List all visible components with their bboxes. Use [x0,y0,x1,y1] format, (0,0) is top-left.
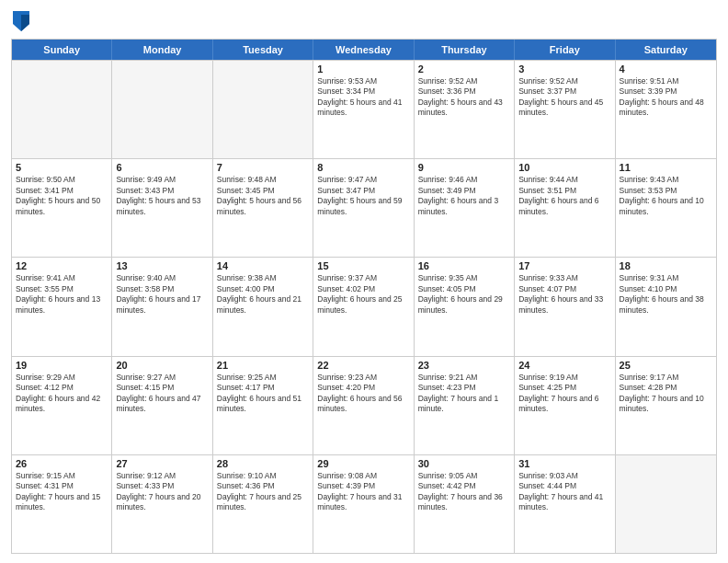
day-cell-7: 7Sunrise: 9:48 AM Sunset: 3:45 PM Daylig… [213,159,313,257]
day-info: Sunrise: 9:52 AM Sunset: 3:37 PM Dayligh… [518,76,610,119]
day-info: Sunrise: 9:52 AM Sunset: 3:36 PM Dayligh… [418,76,510,119]
day-number: 27 [116,458,208,469]
day-cell-31: 31Sunrise: 9:03 AM Sunset: 4:44 PM Dayli… [515,455,615,553]
day-cell-6: 6Sunrise: 9:49 AM Sunset: 3:43 PM Daylig… [112,159,212,257]
day-cell-23: 23Sunrise: 9:21 AM Sunset: 4:23 PM Dayli… [415,357,515,454]
day-cell-24: 24Sunrise: 9:19 AM Sunset: 4:25 PM Dayli… [515,357,615,454]
day-number: 5 [16,162,108,173]
day-number: 11 [620,162,712,173]
day-info: Sunrise: 9:25 AM Sunset: 4:17 PM Dayligh… [217,373,309,415]
day-cell-16: 16Sunrise: 9:35 AM Sunset: 4:05 PM Dayli… [415,258,515,355]
day-info: Sunrise: 9:17 AM Sunset: 4:28 PM Dayligh… [620,373,712,415]
day-cell-27: 27Sunrise: 9:12 AM Sunset: 4:33 PM Dayli… [112,455,212,553]
day-info: Sunrise: 9:53 AM Sunset: 3:34 PM Dayligh… [317,76,409,119]
logo [11,13,29,31]
day-number: 22 [317,360,409,371]
day-number: 24 [518,360,610,371]
day-info: Sunrise: 9:10 AM Sunset: 4:36 PM Dayligh… [217,471,309,513]
day-info: Sunrise: 9:51 AM Sunset: 3:39 PM Dayligh… [620,76,712,119]
header-day-saturday: Saturday [616,40,716,60]
day-cell-18: 18Sunrise: 9:31 AM Sunset: 4:10 PM Dayli… [616,258,716,355]
day-number: 20 [116,360,208,371]
day-info: Sunrise: 9:15 AM Sunset: 4:31 PM Dayligh… [16,471,108,513]
day-info: Sunrise: 9:23 AM Sunset: 4:20 PM Dayligh… [317,373,409,415]
day-number: 17 [518,260,610,271]
header [11,9,717,31]
day-number: 7 [217,162,309,173]
header-day-monday: Monday [112,40,212,60]
day-cell-3: 3Sunrise: 9:52 AM Sunset: 3:37 PM Daylig… [515,61,615,158]
day-info: Sunrise: 9:27 AM Sunset: 4:15 PM Dayligh… [116,373,208,415]
empty-cell [12,61,112,158]
day-info: Sunrise: 9:48 AM Sunset: 3:45 PM Dayligh… [217,175,309,217]
day-cell-25: 25Sunrise: 9:17 AM Sunset: 4:28 PM Dayli… [616,357,716,454]
day-number: 29 [317,458,409,469]
calendar-body: 1Sunrise: 9:53 AM Sunset: 3:34 PM Daylig… [12,60,716,553]
day-cell-1: 1Sunrise: 9:53 AM Sunset: 3:34 PM Daylig… [313,61,414,158]
day-cell-20: 20Sunrise: 9:27 AM Sunset: 4:15 PM Dayli… [112,357,212,454]
day-info: Sunrise: 9:46 AM Sunset: 3:49 PM Dayligh… [418,175,510,217]
day-info: Sunrise: 9:47 AM Sunset: 3:47 PM Dayligh… [317,175,409,217]
day-number: 18 [620,260,712,271]
day-cell-19: 19Sunrise: 9:29 AM Sunset: 4:12 PM Dayli… [12,357,112,454]
day-number: 30 [418,458,510,469]
day-cell-30: 30Sunrise: 9:05 AM Sunset: 4:42 PM Dayli… [415,455,515,553]
logo-icon [13,11,29,31]
empty-cell [616,455,716,553]
day-number: 2 [418,63,510,75]
day-number: 12 [16,260,108,271]
day-cell-26: 26Sunrise: 9:15 AM Sunset: 4:31 PM Dayli… [12,455,112,553]
day-cell-14: 14Sunrise: 9:38 AM Sunset: 4:00 PM Dayli… [213,258,313,355]
day-cell-28: 28Sunrise: 9:10 AM Sunset: 4:36 PM Dayli… [213,455,313,553]
day-number: 21 [217,360,309,371]
day-cell-5: 5Sunrise: 9:50 AM Sunset: 3:41 PM Daylig… [12,159,112,257]
day-number: 26 [16,458,108,469]
day-info: Sunrise: 9:40 AM Sunset: 3:58 PM Dayligh… [116,273,208,316]
day-cell-10: 10Sunrise: 9:44 AM Sunset: 3:51 PM Dayli… [515,159,615,257]
day-number: 25 [620,360,712,371]
week-row-5: 26Sunrise: 9:15 AM Sunset: 4:31 PM Dayli… [12,454,716,553]
week-row-3: 12Sunrise: 9:41 AM Sunset: 3:55 PM Dayli… [12,257,716,355]
day-info: Sunrise: 9:35 AM Sunset: 4:05 PM Dayligh… [418,273,510,316]
day-cell-13: 13Sunrise: 9:40 AM Sunset: 3:58 PM Dayli… [112,258,212,355]
day-number: 13 [116,260,208,271]
week-row-1: 1Sunrise: 9:53 AM Sunset: 3:34 PM Daylig… [12,60,716,158]
day-info: Sunrise: 9:21 AM Sunset: 4:23 PM Dayligh… [418,373,510,415]
svg-marker-1 [21,15,29,31]
day-number: 16 [418,260,510,271]
day-info: Sunrise: 9:49 AM Sunset: 3:43 PM Dayligh… [116,175,208,217]
calendar: SundayMondayTuesdayWednesdayThursdayFrid… [11,39,717,554]
page: SundayMondayTuesdayWednesdayThursdayFrid… [0,0,728,563]
day-cell-29: 29Sunrise: 9:08 AM Sunset: 4:39 PM Dayli… [313,455,414,553]
day-cell-4: 4Sunrise: 9:51 AM Sunset: 3:39 PM Daylig… [616,61,716,158]
header-day-sunday: Sunday [12,40,112,60]
day-info: Sunrise: 9:08 AM Sunset: 4:39 PM Dayligh… [317,471,409,513]
week-row-4: 19Sunrise: 9:29 AM Sunset: 4:12 PM Dayli… [12,356,716,454]
day-number: 19 [16,360,108,371]
day-number: 3 [518,63,610,75]
day-cell-8: 8Sunrise: 9:47 AM Sunset: 3:47 PM Daylig… [313,159,414,257]
day-number: 1 [317,63,409,75]
empty-cell [213,61,313,158]
day-number: 8 [317,162,409,173]
day-info: Sunrise: 9:38 AM Sunset: 4:00 PM Dayligh… [217,273,309,316]
day-number: 14 [217,260,309,271]
day-cell-2: 2Sunrise: 9:52 AM Sunset: 3:36 PM Daylig… [415,61,515,158]
day-info: Sunrise: 9:05 AM Sunset: 4:42 PM Dayligh… [418,471,510,513]
day-info: Sunrise: 9:33 AM Sunset: 4:07 PM Dayligh… [518,273,610,316]
day-number: 31 [518,458,610,469]
day-cell-11: 11Sunrise: 9:43 AM Sunset: 3:53 PM Dayli… [616,159,716,257]
day-number: 6 [116,162,208,173]
day-cell-17: 17Sunrise: 9:33 AM Sunset: 4:07 PM Dayli… [515,258,615,355]
day-info: Sunrise: 9:43 AM Sunset: 3:53 PM Dayligh… [620,175,712,217]
day-info: Sunrise: 9:50 AM Sunset: 3:41 PM Dayligh… [16,175,108,217]
header-day-thursday: Thursday [415,40,515,60]
day-cell-15: 15Sunrise: 9:37 AM Sunset: 4:02 PM Dayli… [313,258,414,355]
day-cell-22: 22Sunrise: 9:23 AM Sunset: 4:20 PM Dayli… [313,357,414,454]
header-day-wednesday: Wednesday [313,40,414,60]
header-day-friday: Friday [515,40,615,60]
day-info: Sunrise: 9:29 AM Sunset: 4:12 PM Dayligh… [16,373,108,415]
day-info: Sunrise: 9:37 AM Sunset: 4:02 PM Dayligh… [317,273,409,316]
day-info: Sunrise: 9:12 AM Sunset: 4:33 PM Dayligh… [116,471,208,513]
empty-cell [112,61,212,158]
